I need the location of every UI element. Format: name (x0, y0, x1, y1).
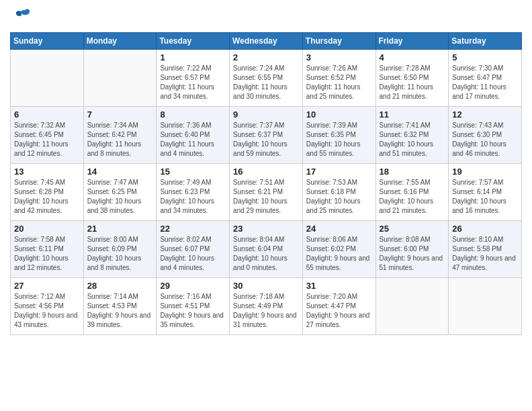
day-number: 1 (160, 52, 226, 62)
day-detail: Sunrise: 7:36 AMSunset: 6:40 PMDaylight:… (160, 121, 226, 158)
day-detail: Sunrise: 7:28 AMSunset: 6:50 PMDaylight:… (380, 64, 445, 101)
day-detail: Sunrise: 7:47 AMSunset: 6:25 PMDaylight:… (87, 178, 153, 216)
day-number: 24 (306, 224, 372, 234)
day-number: 17 (306, 167, 372, 177)
day-detail: Sunrise: 7:55 AMSunset: 6:16 PMDaylight:… (380, 178, 445, 216)
calendar-cell: 17Sunrise: 7:53 AMSunset: 6:18 PMDayligh… (302, 164, 375, 221)
day-number: 29 (160, 281, 226, 291)
calendar-cell: 27Sunrise: 7:12 AMSunset: 4:56 PMDayligh… (11, 278, 84, 335)
day-detail: Sunrise: 8:02 AMSunset: 6:07 PMDaylight:… (160, 235, 226, 273)
calendar-cell: 3Sunrise: 7:26 AMSunset: 6:52 PMDaylight… (302, 50, 375, 107)
header-cell-saturday: Saturday (449, 33, 522, 50)
calendar-cell (83, 50, 157, 107)
logo-bird-icon (11, 7, 32, 27)
calendar-cell (375, 278, 449, 335)
header-cell-monday: Monday (83, 33, 157, 50)
calendar-cell: 2Sunrise: 7:24 AMSunset: 6:55 PMDaylight… (230, 50, 303, 107)
day-detail: Sunrise: 7:22 AMSunset: 6:57 PMDaylight:… (160, 64, 226, 101)
day-detail: Sunrise: 7:39 AMSunset: 6:35 PMDaylight:… (306, 121, 372, 158)
day-number: 19 (452, 167, 518, 177)
day-number: 3 (306, 52, 372, 62)
day-number: 28 (87, 281, 153, 291)
header (10, 7, 522, 27)
day-detail: Sunrise: 7:24 AMSunset: 6:55 PMDaylight:… (233, 64, 299, 101)
calendar-cell: 15Sunrise: 7:49 AMSunset: 6:23 PMDayligh… (157, 164, 230, 221)
day-number: 18 (380, 167, 445, 177)
day-number: 12 (452, 109, 518, 120)
calendar-cell: 29Sunrise: 7:16 AMSunset: 4:51 PMDayligh… (157, 278, 230, 335)
day-number: 4 (380, 52, 445, 62)
day-detail: Sunrise: 7:18 AMSunset: 4:49 PMDaylight:… (233, 292, 299, 330)
day-number: 21 (87, 224, 153, 234)
day-detail: Sunrise: 7:12 AMSunset: 4:56 PMDaylight:… (14, 292, 80, 330)
day-number: 13 (14, 167, 80, 177)
calendar-cell: 20Sunrise: 7:58 AMSunset: 6:11 PMDayligh… (11, 221, 84, 278)
day-number: 10 (306, 109, 372, 120)
day-detail: Sunrise: 7:32 AMSunset: 6:45 PMDaylight:… (14, 121, 80, 158)
day-number: 6 (14, 109, 80, 120)
calendar-cell: 31Sunrise: 7:20 AMSunset: 4:47 PMDayligh… (302, 278, 375, 335)
calendar-cell: 13Sunrise: 7:45 AMSunset: 6:28 PMDayligh… (11, 164, 84, 221)
calendar-week-row: 20Sunrise: 7:58 AMSunset: 6:11 PMDayligh… (11, 221, 522, 278)
day-detail: Sunrise: 7:26 AMSunset: 6:52 PMDaylight:… (306, 64, 372, 101)
calendar-table: SundayMondayTuesdayWednesdayThursdayFrid… (10, 32, 522, 335)
calendar-week-row: 1Sunrise: 7:22 AMSunset: 6:57 PMDaylight… (11, 50, 522, 107)
header-cell-thursday: Thursday (302, 33, 375, 50)
calendar-cell: 12Sunrise: 7:43 AMSunset: 6:30 PMDayligh… (449, 107, 522, 164)
calendar-week-row: 27Sunrise: 7:12 AMSunset: 4:56 PMDayligh… (11, 278, 522, 335)
calendar-cell: 11Sunrise: 7:41 AMSunset: 6:32 PMDayligh… (375, 107, 449, 164)
calendar-cell: 30Sunrise: 7:18 AMSunset: 4:49 PMDayligh… (230, 278, 303, 335)
calendar-cell: 5Sunrise: 7:30 AMSunset: 6:47 PMDaylight… (449, 50, 522, 107)
header-cell-wednesday: Wednesday (230, 33, 303, 50)
day-detail: Sunrise: 7:43 AMSunset: 6:30 PMDaylight:… (452, 121, 518, 158)
day-detail: Sunrise: 7:41 AMSunset: 6:32 PMDaylight:… (380, 121, 445, 158)
day-detail: Sunrise: 7:45 AMSunset: 6:28 PMDaylight:… (14, 178, 80, 216)
day-number: 11 (380, 109, 445, 120)
calendar-cell: 7Sunrise: 7:34 AMSunset: 6:42 PMDaylight… (83, 107, 157, 164)
day-number: 2 (233, 52, 299, 62)
calendar-cell: 10Sunrise: 7:39 AMSunset: 6:35 PMDayligh… (302, 107, 375, 164)
calendar-cell: 19Sunrise: 7:57 AMSunset: 6:14 PMDayligh… (449, 164, 522, 221)
header-cell-tuesday: Tuesday (157, 33, 230, 50)
day-number: 25 (380, 224, 445, 234)
calendar-cell: 9Sunrise: 7:37 AMSunset: 6:37 PMDaylight… (230, 107, 303, 164)
calendar-header-row: SundayMondayTuesdayWednesdayThursdayFrid… (11, 33, 522, 50)
calendar-cell: 4Sunrise: 7:28 AMSunset: 6:50 PMDaylight… (375, 50, 449, 107)
calendar-cell: 25Sunrise: 8:08 AMSunset: 6:00 PMDayligh… (375, 221, 449, 278)
day-detail: Sunrise: 8:06 AMSunset: 6:02 PMDaylight:… (306, 235, 372, 273)
calendar-cell: 23Sunrise: 8:04 AMSunset: 6:04 PMDayligh… (230, 221, 303, 278)
day-number: 22 (160, 224, 226, 234)
day-number: 16 (233, 167, 299, 177)
day-detail: Sunrise: 7:20 AMSunset: 4:47 PMDaylight:… (306, 292, 372, 330)
day-number: 23 (233, 224, 299, 234)
calendar-cell: 28Sunrise: 7:14 AMSunset: 4:53 PMDayligh… (83, 278, 157, 335)
day-detail: Sunrise: 8:00 AMSunset: 6:09 PMDaylight:… (87, 235, 153, 273)
day-number: 20 (14, 224, 80, 234)
day-number: 8 (160, 109, 226, 120)
calendar-week-row: 13Sunrise: 7:45 AMSunset: 6:28 PMDayligh… (11, 164, 522, 221)
calendar-cell: 24Sunrise: 8:06 AMSunset: 6:02 PMDayligh… (302, 221, 375, 278)
day-detail: Sunrise: 7:57 AMSunset: 6:14 PMDaylight:… (452, 178, 518, 216)
day-detail: Sunrise: 7:49 AMSunset: 6:23 PMDaylight:… (160, 178, 226, 216)
day-detail: Sunrise: 7:37 AMSunset: 6:37 PMDaylight:… (233, 121, 299, 158)
day-detail: Sunrise: 7:14 AMSunset: 4:53 PMDaylight:… (87, 292, 153, 330)
calendar-cell (449, 278, 522, 335)
day-number: 15 (160, 167, 226, 177)
day-number: 27 (14, 281, 80, 291)
day-detail: Sunrise: 7:30 AMSunset: 6:47 PMDaylight:… (452, 64, 518, 101)
calendar-cell: 21Sunrise: 8:00 AMSunset: 6:09 PMDayligh… (83, 221, 157, 278)
day-detail: Sunrise: 7:34 AMSunset: 6:42 PMDaylight:… (87, 121, 153, 158)
calendar-cell: 8Sunrise: 7:36 AMSunset: 6:40 PMDaylight… (157, 107, 230, 164)
day-detail: Sunrise: 7:51 AMSunset: 6:21 PMDaylight:… (233, 178, 299, 216)
day-number: 31 (306, 281, 372, 291)
day-detail: Sunrise: 7:58 AMSunset: 6:11 PMDaylight:… (14, 235, 80, 273)
day-detail: Sunrise: 8:08 AMSunset: 6:00 PMDaylight:… (380, 235, 445, 273)
day-detail: Sunrise: 8:10 AMSunset: 5:58 PMDaylight:… (452, 235, 518, 273)
day-number: 26 (452, 224, 518, 234)
header-cell-sunday: Sunday (11, 33, 84, 50)
calendar-cell: 22Sunrise: 8:02 AMSunset: 6:07 PMDayligh… (157, 221, 230, 278)
day-number: 7 (87, 109, 153, 120)
day-number: 9 (233, 109, 299, 120)
calendar-cell: 6Sunrise: 7:32 AMSunset: 6:45 PMDaylight… (11, 107, 84, 164)
day-number: 14 (87, 167, 153, 177)
